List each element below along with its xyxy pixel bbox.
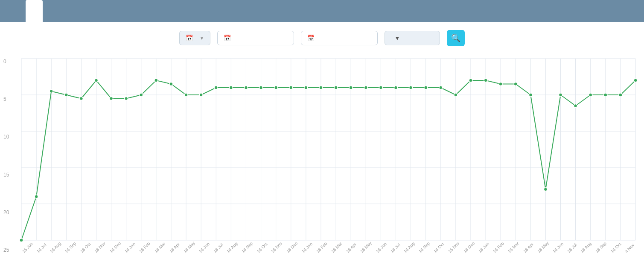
- svg-point-56: [140, 93, 143, 97]
- x-label: 16 Jul: [213, 242, 224, 254]
- x-label: 16 Oct: [610, 241, 622, 254]
- svg-point-69: [334, 86, 338, 89]
- svg-point-87: [604, 93, 607, 97]
- x-label: 16 May: [183, 241, 196, 254]
- chart-container: 0 5 10 15 20 25 // Computed in JS below …: [0, 54, 644, 265]
- svg-point-85: [574, 104, 577, 107]
- x-label: 16 Feb: [138, 241, 151, 254]
- x-label: 16 Apr: [522, 242, 534, 254]
- svg-point-88: [619, 93, 622, 97]
- svg-point-81: [514, 82, 517, 85]
- svg-point-55: [125, 97, 128, 100]
- calendar-icon-to: 📅: [307, 35, 315, 41]
- tab-average-position[interactable]: [9, 0, 26, 22]
- x-label: 16 Jun: [198, 241, 210, 254]
- x-label: 16 Dec: [286, 241, 298, 254]
- svg-point-62: [229, 86, 233, 89]
- svg-point-77: [454, 93, 458, 97]
- x-label: 16 Sep: [418, 241, 431, 254]
- y-label-5: 5: [3, 96, 9, 102]
- header-tabs: [0, 0, 644, 22]
- svg-point-53: [94, 79, 98, 82]
- svg-point-66: [289, 86, 293, 89]
- x-label: 16 Feb: [492, 241, 505, 254]
- svg-point-58: [169, 82, 173, 85]
- svg-point-67: [304, 86, 308, 89]
- calendar-icon-from: 📅: [224, 35, 231, 41]
- svg-point-78: [469, 79, 472, 82]
- svg-point-63: [244, 86, 248, 89]
- svg-point-65: [274, 86, 278, 89]
- calendar-icon: 📅: [186, 35, 193, 41]
- chevron-down-icon-period: ▼: [394, 35, 400, 41]
- svg-point-80: [499, 82, 502, 85]
- x-label: 16 Aug: [403, 241, 416, 254]
- x-label: 16 May: [536, 241, 550, 254]
- period-dropdown[interactable]: ▼: [385, 31, 440, 45]
- x-label: 16 Dec: [463, 241, 475, 254]
- x-label: 16 Aug: [580, 241, 592, 254]
- y-label-20: 20: [3, 209, 9, 215]
- chevron-down-icon: ▼: [200, 36, 204, 41]
- toolbar: 📅 ▼ 📅 📅 ▼ 🔍: [0, 22, 644, 54]
- y-label-0: 0: [3, 59, 9, 65]
- x-label: 16 Jun: [375, 241, 388, 254]
- svg-point-72: [379, 86, 382, 89]
- x-label: 16 Sep: [64, 241, 77, 254]
- x-label: 16 Nov: [270, 241, 283, 254]
- search-button[interactable]: 🔍: [447, 30, 465, 46]
- svg-point-64: [259, 86, 263, 89]
- x-label: 16 Jan: [478, 241, 490, 254]
- svg-point-68: [319, 86, 323, 89]
- svg-point-73: [394, 86, 397, 89]
- y-label-10: 10: [3, 134, 9, 140]
- x-axis-labels: 15 Jun16 Jul16 Aug16 Sep16 Oct16 Nov16 D…: [21, 250, 635, 255]
- svg-point-49: [35, 195, 38, 198]
- line-chart: // Computed in JS below: [21, 59, 635, 240]
- svg-point-51: [64, 93, 68, 97]
- x-label: 16 Nov: [93, 241, 106, 254]
- svg-point-59: [184, 93, 188, 97]
- x-label: 16 Apr: [345, 242, 357, 254]
- svg-point-60: [199, 93, 203, 97]
- tab-top10[interactable]: [26, 0, 43, 22]
- svg-point-71: [364, 86, 367, 89]
- x-label: 16 Oct: [256, 241, 268, 254]
- x-label: 15 Jun: [21, 241, 34, 254]
- interval-dropdown[interactable]: 📅 ▼: [179, 31, 210, 45]
- x-label: 16 Jul: [36, 242, 47, 254]
- search-icon: 🔍: [451, 33, 460, 43]
- x-label: 16 Dec: [109, 241, 122, 254]
- x-label: 16 Jan: [124, 241, 136, 254]
- x-label: 16 Mar: [330, 241, 343, 254]
- x-label: 16 Jun: [552, 241, 564, 254]
- x-label: 16 Jul: [566, 242, 578, 254]
- x-label: 15 Mar: [507, 241, 520, 254]
- svg-point-61: [214, 86, 218, 89]
- svg-point-70: [349, 86, 353, 89]
- y-axis-labels: 0 5 10 15 20 25: [3, 59, 9, 253]
- x-label: 16 May: [359, 241, 373, 254]
- date-from-input[interactable]: 📅: [217, 31, 294, 45]
- x-label: 4 Nov: [624, 243, 635, 254]
- x-label: 16 Jan: [301, 241, 313, 254]
- svg-point-83: [544, 188, 547, 191]
- x-label: 16 Sep: [241, 241, 254, 254]
- svg-point-86: [589, 93, 592, 97]
- x-label: 15 Nov: [447, 241, 460, 254]
- chart-area: // Computed in JS below 15 Jun16 Jul16 A…: [21, 59, 635, 255]
- y-label-15: 15: [3, 172, 9, 178]
- svg-point-89: [634, 79, 637, 82]
- svg-point-74: [409, 86, 413, 89]
- x-label: 16 Aug: [226, 241, 239, 254]
- y-label-25: 25: [3, 247, 9, 253]
- svg-point-54: [110, 97, 113, 100]
- svg-point-79: [484, 79, 487, 82]
- x-label: 16 Oct: [433, 241, 445, 254]
- svg-point-75: [424, 86, 428, 89]
- date-to-input[interactable]: 📅: [301, 31, 378, 45]
- x-label: 16 Mar: [154, 241, 166, 254]
- svg-point-50: [50, 89, 53, 93]
- svg-point-48: [20, 238, 23, 242]
- x-label: 16 Oct: [79, 241, 92, 254]
